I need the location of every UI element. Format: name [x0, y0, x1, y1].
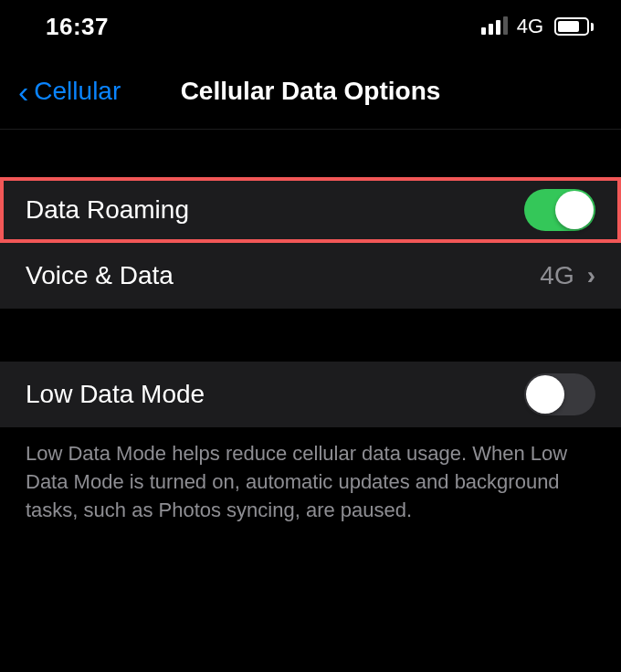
toggle-knob — [526, 375, 564, 414]
data-roaming-label: Data Roaming — [26, 195, 189, 225]
row-right: 4G › — [540, 261, 595, 290]
back-button[interactable]: ‹ Cellular — [18, 76, 121, 107]
battery-icon — [554, 17, 594, 36]
settings-group-2: Low Data Mode — [0, 362, 621, 427]
low-data-mode-row[interactable]: Low Data Mode — [0, 362, 621, 427]
network-type-label: 4G — [517, 15, 543, 38]
low-data-mode-toggle[interactable] — [524, 373, 595, 415]
low-data-mode-label: Low Data Mode — [26, 380, 205, 409]
settings-group-1: Data Roaming Voice & Data 4G › — [0, 177, 621, 309]
chevron-right-icon: › — [587, 261, 595, 290]
low-data-mode-help-text: Low Data Mode helps reduce cellular data… — [0, 427, 621, 537]
voice-data-label: Voice & Data — [26, 261, 174, 290]
status-right: 4G — [481, 15, 594, 38]
back-label: Cellular — [34, 77, 121, 106]
nav-header: ‹ Cellular Cellular Data Options — [0, 53, 621, 130]
status-bar: 16:37 4G — [0, 0, 621, 53]
signal-strength-icon — [481, 18, 508, 35]
toggle-knob — [555, 191, 594, 229]
data-roaming-row[interactable]: Data Roaming — [0, 177, 621, 243]
section-gap — [0, 130, 621, 177]
voice-data-value: 4G — [540, 261, 574, 290]
data-roaming-toggle[interactable] — [524, 189, 595, 231]
chevron-left-icon: ‹ — [18, 76, 28, 107]
section-gap — [0, 309, 621, 362]
status-time: 16:37 — [46, 13, 109, 41]
voice-data-row[interactable]: Voice & Data 4G › — [0, 243, 621, 309]
